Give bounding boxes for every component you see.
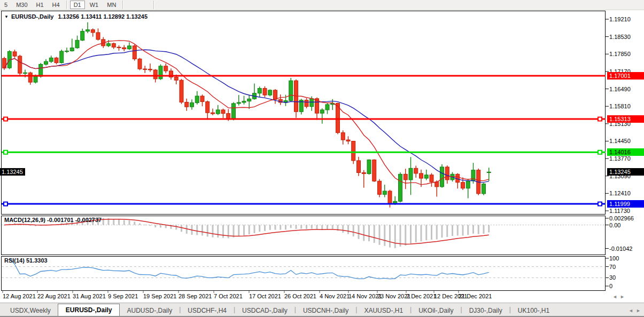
- price-level-badge: 1.15313: [607, 115, 644, 123]
- tab-uk100-h1[interactable]: UK100-,H1: [511, 305, 556, 316]
- tabbar-scroll-right-icon[interactable]: ►: [636, 308, 641, 313]
- candle: [482, 183, 486, 195]
- line-endpoint-marker: [598, 202, 602, 206]
- candle: [133, 45, 136, 61]
- macd-axis-label: 0.00: [609, 221, 643, 229]
- price-axis-label: 1.16490: [609, 85, 643, 93]
- candle: [440, 164, 444, 188]
- candle: [373, 160, 376, 182]
- tab-usdcnh-daily[interactable]: USDCNH-,Daily: [296, 305, 355, 316]
- tab-dj30-daily[interactable]: DJ30-,Daily: [462, 305, 509, 316]
- candle: [18, 55, 22, 75]
- candle: [138, 58, 142, 70]
- candle: [60, 50, 64, 64]
- tab-eurusd-daily[interactable]: EURUSD-,Daily: [58, 304, 120, 316]
- current-price-badge: 1.13245: [607, 168, 644, 176]
- candle: [232, 102, 236, 121]
- line-endpoint-marker: [4, 117, 7, 121]
- price-level-badge: 1.17001: [607, 72, 644, 80]
- tab-xauusd-h1[interactable]: XAUUSD-,H1: [357, 305, 410, 316]
- date-axis-label: 28 Sep 2021: [179, 293, 212, 300]
- rsi-label: RSI(14) 51.3303: [4, 257, 48, 264]
- chart-scroll-right-icon[interactable]: ►: [620, 294, 625, 299]
- date-axis-label: 31 Aug 2021: [73, 293, 106, 300]
- chart-tab-bar: USDX,WeeklyEURUSD-,DailyAUDUSD-,Daily|US…: [0, 303, 644, 316]
- candle: [367, 160, 371, 175]
- candle: [378, 179, 382, 197]
- price-axis-label: 1.12410: [609, 189, 643, 197]
- rsi-axis-label: 100: [609, 255, 643, 262]
- date-axis-label: 4 Nov 2021: [320, 293, 350, 300]
- price-axis-label: 1.14450: [609, 137, 643, 145]
- current-price-badge-left: 1.13245: [0, 168, 25, 176]
- price-axis-label: 1.15810: [609, 102, 643, 110]
- date-axis-label: 21 Dec 2021: [459, 293, 492, 300]
- candle: [399, 172, 402, 202]
- date-axis-label: 7 Oct 2021: [214, 293, 243, 300]
- date-axis-label: 2 Dec 2021: [406, 293, 436, 300]
- date-axis-label: 19 Sep 2021: [143, 293, 176, 300]
- line-endpoint-marker: [598, 117, 602, 121]
- date-axis-label: 22 Aug 2021: [37, 293, 71, 300]
- macd-label: MACD(12,26,9) -0.001701 -0.002737: [4, 217, 102, 223]
- candle: [289, 78, 293, 102]
- candlestick-chart[interactable]: [0, 0, 644, 317]
- symbol-dropdown-icon[interactable]: ▼: [4, 14, 9, 19]
- rsi-axis-label: 70: [609, 263, 643, 271]
- price-axis-label: 1.17850: [609, 50, 643, 58]
- price-level-badge: 1.14016: [607, 148, 644, 156]
- tabbar-scroll-left-icon[interactable]: ◄: [629, 308, 633, 313]
- rsi-axis-label: 30: [609, 274, 643, 281]
- price-axis-label: 1.19210: [609, 15, 643, 23]
- ohlc-values: 1.13256 1.13411 1.12892 1.13245: [58, 13, 148, 20]
- tab-usdchf-h4[interactable]: USDCHF-,H4: [181, 305, 234, 316]
- line-endpoint-marker: [4, 202, 7, 206]
- tab-usdcad-daily[interactable]: USDCAD-,Daily: [235, 305, 294, 316]
- date-axis-label: 12 Aug 2021: [3, 293, 36, 300]
- tab-audusd-daily[interactable]: AUDUSD-,Daily: [120, 305, 179, 316]
- candle: [159, 64, 162, 80]
- macd-axis-label: -0.01042: [609, 245, 643, 252]
- date-axis-label: 26 Oct 2021: [284, 293, 316, 300]
- chart-scroll-left-icon[interactable]: ◄: [612, 294, 617, 299]
- candle: [180, 79, 183, 104]
- price-axis-label: 1.11730: [609, 207, 643, 215]
- line-endpoint-marker: [4, 150, 7, 154]
- chart-title: ▼EURUSD-,Daily1.13256 1.13411 1.12892 1.…: [4, 13, 148, 20]
- price-level-badge: 1.11999: [607, 200, 644, 208]
- tab-ukoil-daily[interactable]: UKOil-,Daily: [412, 305, 460, 316]
- symbol-name: EURUSD-,Daily: [11, 13, 53, 20]
- line-endpoint-marker: [598, 150, 602, 154]
- price-axis-label: 1.18530: [609, 33, 643, 41]
- date-axis-label: 9 Sep 2021: [108, 293, 138, 300]
- tab-usdx-weekly[interactable]: USDX,Weekly: [3, 305, 58, 316]
- candle: [268, 90, 272, 97]
- rsi-axis-label: 0: [609, 282, 643, 290]
- date-axis-label: 17 Oct 2021: [249, 293, 281, 300]
